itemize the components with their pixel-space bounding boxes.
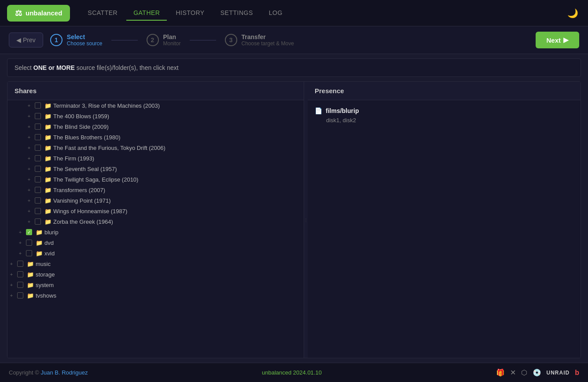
- list-item[interactable]: + 📁 Terminator 3, Rise of the Machines (…: [7, 100, 304, 111]
- checkbox[interactable]: [26, 240, 32, 246]
- step-3-sub: Choose target & Move: [242, 40, 294, 47]
- list-item[interactable]: + 📁 Transformers (2007): [7, 185, 304, 195]
- checkbox[interactable]: [35, 208, 41, 214]
- item-label: Wings of Honneamise (1987): [53, 208, 127, 215]
- expand-icon[interactable]: +: [16, 249, 24, 257]
- list-item[interactable]: + 📁 The Fast and the Furious, Tokyo Drif…: [7, 142, 304, 153]
- expand-icon[interactable]: +: [25, 102, 33, 109]
- disk-icon[interactable]: 💿: [533, 368, 541, 377]
- item-label: tvshows: [36, 292, 56, 299]
- expand-icon[interactable]: +: [25, 207, 33, 215]
- nav-gather[interactable]: GATHER: [126, 6, 167, 21]
- item-label: Vanishing Point (1971): [53, 197, 111, 204]
- copyright-text: Copyright ©: [9, 369, 40, 376]
- expand-icon[interactable]: +: [16, 239, 24, 247]
- item-label: system: [36, 282, 54, 288]
- checkbox[interactable]: [17, 292, 23, 298]
- presence-panel: Presence 📄 films/blurip disk1, disk2: [308, 82, 581, 358]
- folder-icon: 📁: [27, 292, 34, 299]
- topnav: ⚖ unbalanced SCATTER GATHER HISTORY SETT…: [0, 0, 588, 26]
- list-item[interactable]: + 📁 The Twilight Saga, Eclipse (2010): [7, 174, 304, 185]
- step-3-num: 3: [225, 34, 237, 46]
- folder-icon: 📁: [44, 124, 51, 130]
- list-item[interactable]: + 📁 Zorba the Greek (1964): [7, 216, 304, 227]
- next-label: Next: [546, 36, 561, 44]
- checkbox[interactable]: [35, 187, 41, 193]
- logo-button[interactable]: ⚖ unbalanced: [7, 5, 70, 22]
- list-item[interactable]: + 📁 Wings of Honneamise (1987): [7, 206, 304, 216]
- github-icon[interactable]: ⬡: [521, 368, 527, 377]
- main-nav: SCATTER GATHER HISTORY SETTINGS LOG: [81, 6, 565, 21]
- prev-button[interactable]: ◀ Prev: [9, 33, 43, 47]
- list-item[interactable]: + 📁 xvid: [7, 248, 304, 258]
- checkbox[interactable]: [35, 134, 41, 140]
- item-label: storage: [36, 271, 55, 278]
- expand-icon[interactable]: +: [25, 165, 33, 173]
- checkbox[interactable]: [26, 250, 32, 256]
- expand-icon[interactable]: +: [25, 112, 33, 120]
- checkbox[interactable]: [35, 155, 41, 161]
- presence-filename: films/blurip: [326, 107, 359, 114]
- list-item[interactable]: + 📁 dvd: [7, 237, 304, 248]
- checkbox[interactable]: [35, 113, 41, 119]
- checkbox[interactable]: [35, 145, 41, 151]
- checkbox[interactable]: [17, 261, 23, 267]
- steps-container: 1 Select Choose source 2 Plan Monitor 3 …: [50, 33, 529, 47]
- expand-icon[interactable]: +: [25, 218, 33, 226]
- step-1-num: 1: [50, 34, 62, 46]
- list-item[interactable]: + 📁 system: [7, 280, 304, 290]
- list-item[interactable]: + 📁 The 400 Blows (1959): [7, 111, 304, 121]
- checkbox[interactable]: [35, 176, 41, 182]
- list-item[interactable]: + 📁 music: [7, 258, 304, 269]
- x-icon[interactable]: ✕: [510, 368, 516, 377]
- gift-icon[interactable]: 🎁: [496, 368, 505, 377]
- list-item[interactable]: + 📁 The Firm (1993): [7, 153, 304, 164]
- presence-file: 📄 films/blurip: [315, 107, 573, 114]
- folder-icon: 📁: [44, 155, 51, 162]
- checkbox[interactable]: [17, 282, 23, 288]
- checkbox[interactable]: [35, 166, 41, 172]
- next-button[interactable]: Next ▶: [536, 32, 579, 48]
- checkbox[interactable]: [17, 271, 23, 277]
- expand-icon[interactable]: +: [25, 154, 33, 162]
- theme-toggle-button[interactable]: 🌙: [565, 5, 581, 21]
- list-item[interactable]: + 📁 Vanishing Point (1971): [7, 195, 304, 206]
- checkbox[interactable]: [35, 124, 41, 130]
- expand-icon[interactable]: +: [7, 291, 15, 299]
- expand-icon[interactable]: +: [16, 228, 24, 236]
- list-item[interactable]: + 📁 blurip: [7, 227, 304, 237]
- unraid-logo[interactable]: UNRAID: [547, 370, 570, 376]
- nav-settings[interactable]: SETTINGS: [213, 6, 260, 21]
- author-link[interactable]: Juan B. Rodriguez: [40, 369, 88, 376]
- list-item[interactable]: + 📁 The Blues Brothers (1980): [7, 132, 304, 142]
- expand-icon[interactable]: +: [25, 133, 33, 141]
- presence-item: 📄 films/blurip disk1, disk2: [308, 100, 581, 131]
- step-3-text: Transfer Choose target & Move: [242, 33, 294, 47]
- presence-disks: disk1, disk2: [315, 117, 573, 124]
- resize-handle[interactable]: ⋮: [304, 82, 308, 358]
- expand-icon[interactable]: +: [7, 260, 15, 268]
- nav-history[interactable]: HISTORY: [169, 6, 211, 21]
- checkbox[interactable]: [35, 218, 41, 225]
- logo-icon: ⚖: [15, 8, 22, 18]
- folder-icon: 📁: [44, 176, 51, 183]
- expand-icon[interactable]: +: [25, 175, 33, 183]
- list-item[interactable]: + 📁 The Blind Side (2009): [7, 121, 304, 132]
- expand-icon[interactable]: +: [7, 270, 15, 278]
- expand-icon[interactable]: +: [25, 186, 33, 194]
- list-item[interactable]: + 📁 tvshows: [7, 290, 304, 301]
- expand-icon[interactable]: +: [7, 281, 15, 289]
- list-item[interactable]: + 📁 storage: [7, 269, 304, 280]
- expand-icon[interactable]: +: [25, 196, 33, 204]
- folder-icon: 📁: [44, 208, 51, 215]
- expand-icon[interactable]: +: [25, 144, 33, 152]
- checkbox[interactable]: [35, 197, 41, 204]
- checkbox[interactable]: [26, 229, 32, 235]
- step-2-title: Plan: [163, 33, 181, 40]
- list-item[interactable]: + 📁 The Seventh Seal (1957): [7, 164, 304, 174]
- brand-icon[interactable]: b: [575, 369, 579, 377]
- nav-scatter[interactable]: SCATTER: [81, 6, 125, 21]
- expand-icon[interactable]: +: [25, 123, 33, 131]
- checkbox[interactable]: [35, 102, 41, 109]
- nav-log[interactable]: LOG: [262, 6, 290, 21]
